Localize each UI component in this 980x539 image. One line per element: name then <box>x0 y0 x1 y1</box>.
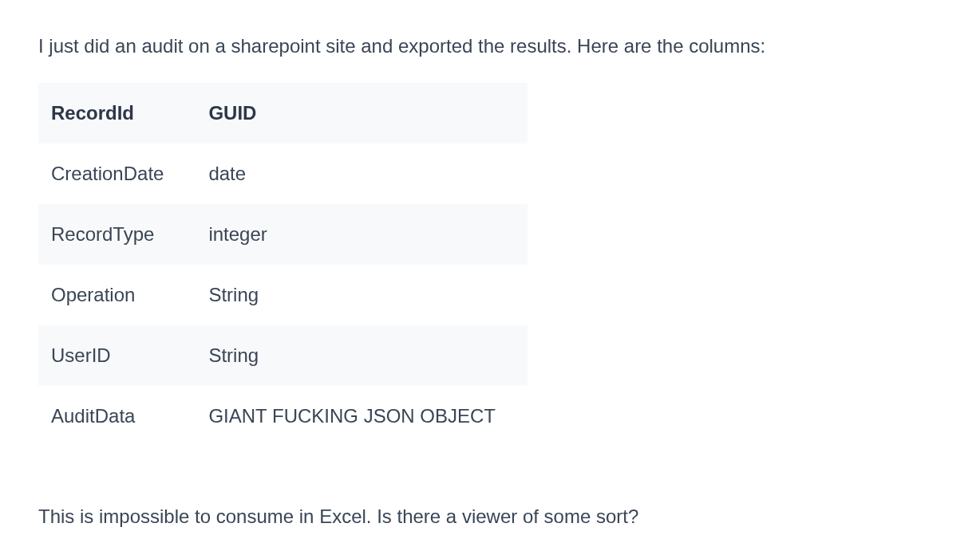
table-cell: RecordType <box>38 204 196 265</box>
table-cell: String <box>196 325 528 386</box>
table-row: Operation String <box>38 265 528 325</box>
table-cell: GIANT FUCKING JSON OBJECT <box>196 386 528 447</box>
table-cell: String <box>196 265 528 325</box>
table-cell: integer <box>196 204 528 265</box>
table-cell: Operation <box>38 265 196 325</box>
table-cell: CreationDate <box>38 144 196 204</box>
intro-paragraph: I just did an audit on a sharepoint site… <box>38 32 942 61</box>
outro-paragraph: This is impossible to consume in Excel. … <box>38 502 942 531</box>
table-header-row: RecordId GUID <box>38 83 528 144</box>
table-cell: UserID <box>38 325 196 386</box>
table-cell: date <box>196 144 528 204</box>
table-header-cell: RecordId <box>38 83 196 144</box>
table-cell: AuditData <box>38 386 196 447</box>
table-row: CreationDate date <box>38 144 528 204</box>
table-row: RecordType integer <box>38 204 528 265</box>
table-header-cell: GUID <box>196 83 528 144</box>
table-row: UserID String <box>38 325 528 386</box>
columns-table: RecordId GUID CreationDate date RecordTy… <box>38 83 528 447</box>
table-row: AuditData GIANT FUCKING JSON OBJECT <box>38 386 528 447</box>
